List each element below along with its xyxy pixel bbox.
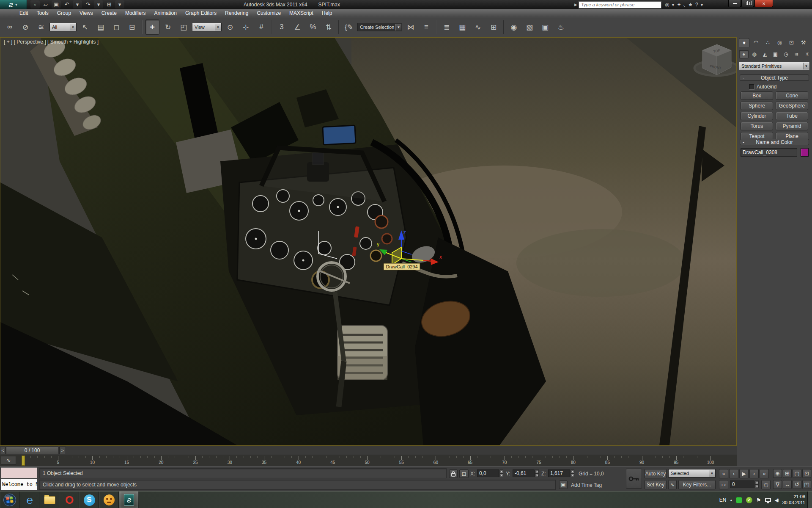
start-button[interactable] <box>0 491 19 508</box>
menu-modifiers[interactable]: Modifiers <box>121 9 150 17</box>
help-dropdown-icon[interactable]: ▾ <box>701 2 703 8</box>
menu-customize[interactable]: Customize <box>252 9 285 17</box>
go-to-end-button[interactable]: » <box>760 469 769 478</box>
rectangular-selection-region-icon[interactable]: ◻ <box>109 19 123 35</box>
named-selection-sets-dropdown[interactable]: Create Selection Se▼ <box>357 23 402 31</box>
percent-snap-icon[interactable]: % <box>306 19 320 35</box>
zoom-extents-button[interactable]: ▢ <box>793 469 801 478</box>
subtab-lights-icon[interactable]: ◭ <box>760 50 770 58</box>
play-button[interactable]: ▶ <box>739 469 749 478</box>
time-forward-button[interactable]: > <box>59 447 66 454</box>
perspective-viewport[interactable]: [ + ] [ Perspective ] [ Smooth + Highlig… <box>0 37 737 446</box>
menu-rendering[interactable]: Rendering <box>221 9 252 17</box>
key-mode-toggle[interactable]: ↦ <box>719 480 728 489</box>
object-type-torus-button[interactable]: Torus <box>741 122 773 130</box>
time-configuration-button[interactable]: ◷ <box>761 480 771 489</box>
current-frame-field[interactable] <box>730 480 754 488</box>
autogrid-checkbox[interactable] <box>749 84 754 89</box>
category-dropdown[interactable]: Standard Primitives ▼ <box>739 62 810 70</box>
search-expander-icon[interactable]: ▶ <box>574 3 577 7</box>
select-and-link-icon[interactable]: ∞ <box>3 19 17 35</box>
object-type-pyramid-button[interactable]: Pyramid <box>776 122 808 130</box>
curve-editor-icon[interactable]: ∿ <box>471 19 485 35</box>
material-editor-icon[interactable]: ◉ <box>507 19 521 35</box>
next-frame-button[interactable]: › <box>749 469 759 478</box>
select-and-scale-icon[interactable]: ◰ <box>176 19 191 35</box>
undo-dropdown-icon[interactable]: ▾ <box>73 0 82 8</box>
menu-tools[interactable]: Tools <box>33 9 53 17</box>
menu-group[interactable]: Group <box>53 9 75 17</box>
taskbar-internet-explorer[interactable]: ℮ <box>20 491 39 508</box>
field-of-view-button[interactable]: ∇ <box>773 480 782 489</box>
menu-help[interactable]: Help <box>318 9 337 17</box>
go-to-start-button[interactable]: « <box>719 469 728 478</box>
subtab-space-warps-icon[interactable]: ≋ <box>792 50 801 58</box>
tab-display-icon[interactable]: ⊡ <box>786 38 797 47</box>
redo-dropdown-icon[interactable]: ▾ <box>94 0 103 8</box>
restore-button[interactable] <box>741 0 754 7</box>
tab-create-icon[interactable]: ✦ <box>739 38 749 47</box>
zoom-all-button[interactable]: ⊞ <box>783 469 792 478</box>
name-color-rollout-header[interactable]: - Name and Color <box>740 139 809 145</box>
show-desktop-button[interactable] <box>807 491 812 508</box>
action-center-flag-icon[interactable]: ⚑ <box>756 497 761 503</box>
selection-lock-toggle[interactable] <box>449 469 458 478</box>
menu-maxscript[interactable]: MAXScript <box>285 9 318 17</box>
frame-spinner[interactable] <box>755 480 759 488</box>
undo-icon[interactable]: ↶ <box>62 0 71 8</box>
set-keys-button[interactable] <box>626 469 642 489</box>
open-file-icon[interactable]: ▱ <box>41 0 50 8</box>
object-type-box-button[interactable]: Box <box>741 91 773 100</box>
menu-edit[interactable]: Edit <box>15 9 33 17</box>
show-hidden-icons[interactable]: ▴ <box>730 498 732 502</box>
select-by-name-icon[interactable]: ▤ <box>93 19 108 35</box>
object-color-swatch[interactable] <box>801 148 809 157</box>
add-time-tag[interactable]: Add Time Tag <box>571 482 602 488</box>
time-back-button[interactable]: < <box>0 447 5 454</box>
playhead[interactable] <box>22 456 25 466</box>
taskbar-skype[interactable]: S <box>80 491 99 508</box>
project-toolbar-icon[interactable]: ⊞ <box>104 0 114 8</box>
zoom-extents-all-button[interactable]: ⊡ <box>802 469 811 478</box>
key-filters-button[interactable]: Key Filters... <box>678 480 716 489</box>
minimize-button[interactable] <box>728 0 741 7</box>
tab-modify-icon[interactable]: ◠ <box>751 38 761 47</box>
subtab-systems-icon[interactable]: ✳ <box>802 50 812 58</box>
y-coordinate-field[interactable] <box>513 469 535 477</box>
track-bar[interactable]: ∿ 05101520253035404550556065707580859095… <box>0 455 737 466</box>
application-menu-button[interactable]: Ƨ ▼ <box>0 0 27 9</box>
edit-named-selection-sets-icon[interactable]: {✎ <box>342 19 356 35</box>
search-binoculars-icon[interactable]: ◎ <box>665 2 669 8</box>
viewport-label[interactable]: [ + ] [ Perspective ] [ Smooth + Highlig… <box>4 39 99 45</box>
spinner-snap-icon[interactable]: ⇅ <box>321 19 336 35</box>
menu-views[interactable]: Views <box>75 9 97 17</box>
z-spinner[interactable] <box>571 469 574 477</box>
render-setup-icon[interactable]: ▧ <box>522 19 537 35</box>
object-type-tube-button[interactable]: Tube <box>776 112 808 120</box>
communication-center-icon[interactable]: ◟ <box>684 2 686 8</box>
maxscript-listener-output[interactable]: Welcome to M <box>1 479 37 490</box>
favorites-star-icon[interactable]: ★ <box>688 2 693 8</box>
select-object-icon[interactable]: ↖ <box>78 19 92 35</box>
clock[interactable]: 21:08 30.03.2011 <box>782 494 805 506</box>
object-name-field[interactable] <box>741 148 797 157</box>
new-file-icon[interactable]: ▫ <box>30 0 40 8</box>
manage-layers-icon[interactable]: ≣ <box>439 19 454 35</box>
menu-create[interactable]: Create <box>97 9 121 17</box>
help-question-icon[interactable]: ? <box>695 2 698 8</box>
previous-frame-button[interactable]: ‹ <box>729 469 738 478</box>
selection-filter-dropdown[interactable]: All▼ <box>49 23 77 31</box>
snaps-toggle-icon[interactable]: 3 <box>274 19 289 35</box>
isolate-selection-toggle[interactable]: ▣ <box>559 480 568 489</box>
antivirus-tray-icon[interactable]: ✓ <box>746 497 752 503</box>
mini-curve-editor-button[interactable]: ∿ <box>1 456 16 465</box>
use-pivot-point-center-icon[interactable]: ⊙ <box>223 19 237 35</box>
subtab-geometry-icon[interactable]: ● <box>739 50 749 58</box>
menu-animation[interactable]: Animation <box>150 9 181 17</box>
tab-hierarchy-icon[interactable]: ∴ <box>763 38 773 47</box>
menu-graph-editors[interactable]: Graph Editors <box>181 9 221 17</box>
subtab-shapes-icon[interactable]: ◍ <box>749 50 759 58</box>
volume-icon[interactable]: ◀) <box>775 498 779 502</box>
qip-tray-icon[interactable] <box>736 497 742 503</box>
select-and-rotate-icon[interactable]: ↻ <box>161 19 175 35</box>
